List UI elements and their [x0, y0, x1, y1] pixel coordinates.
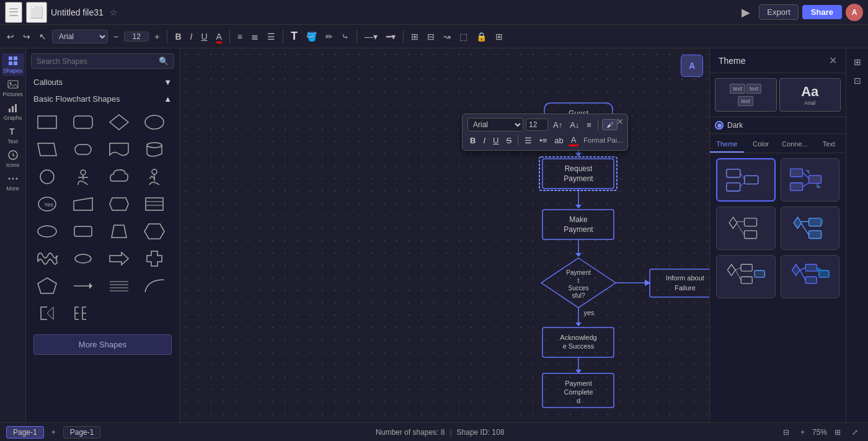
text-color-button[interactable]: A [213, 29, 225, 44]
shape-hexagon[interactable] [140, 219, 169, 244]
format-ab-btn[interactable]: ab [552, 135, 565, 146]
shape-lines[interactable] [104, 274, 134, 298]
format-list-btn[interactable]: ☰ [522, 135, 534, 146]
canvas-action-btn[interactable]: A [681, 55, 703, 77]
bold-button[interactable]: B [172, 29, 184, 44]
format-italic-btn[interactable]: I [480, 135, 488, 146]
share-button[interactable]: Share [802, 5, 842, 19]
diagram-style-1[interactable] [716, 158, 776, 202]
waypoints-button[interactable]: ↝ [440, 29, 454, 44]
italic-button[interactable]: I [187, 29, 196, 44]
theme-close-btn[interactable]: ✕ [829, 55, 837, 66]
diagram-style-2[interactable] [781, 158, 840, 202]
align-center-button[interactable]: ≣ [248, 29, 262, 44]
export-button[interactable]: Export [759, 4, 799, 20]
shape-arrow-right[interactable] [104, 246, 134, 271]
format-paint-btn[interactable]: 🖌 [602, 119, 618, 130]
fit-page-btn[interactable]: ⊞ [831, 427, 844, 438]
line-style-button[interactable]: —▾ [361, 29, 381, 44]
format-strike-btn[interactable]: S [503, 135, 514, 146]
diagram-style-5[interactable] [716, 255, 776, 298]
font-size-input[interactable] [127, 32, 146, 41]
sidebar-graphs-btn[interactable]: Graphs [2, 100, 24, 123]
align-button[interactable]: ⊞ [408, 29, 422, 44]
sidebar-shapes-btn[interactable]: Shapes [2, 53, 24, 76]
canvas-area[interactable]: A Guest Arrives Request Payment Make Pay… [180, 48, 709, 422]
shape-cross[interactable] [140, 246, 169, 271]
search-input[interactable] [37, 57, 155, 66]
file-button[interactable]: ⬜ [26, 2, 47, 23]
style-card-1[interactable]: text text text [715, 78, 777, 112]
fill-color-button[interactable]: 🪣 [303, 29, 320, 44]
shape-person[interactable] [68, 164, 98, 189]
zoom-out-btn[interactable]: ⊟ [779, 427, 793, 438]
play-button[interactable]: ▶ [737, 3, 755, 22]
shape-oval-2[interactable] [68, 246, 98, 271]
theme-option-dark[interactable]: Dark [715, 121, 743, 130]
callouts-section-header[interactable]: Callouts ▼ [26, 74, 179, 91]
distribute-button[interactable]: ⊟ [424, 29, 438, 44]
line-width-button[interactable]: ━▾ [383, 29, 399, 44]
line-color-button[interactable]: ✏ [322, 29, 336, 44]
basic-flowchart-header[interactable]: Basic Flowchart Shapes ▲ [26, 91, 179, 107]
add-page-button[interactable]: + [48, 427, 60, 438]
shape-actor[interactable] [140, 164, 169, 189]
font-size-decrease[interactable]: − [110, 29, 122, 44]
shape-document[interactable] [104, 137, 134, 162]
shape-rounded-rect[interactable] [68, 110, 98, 135]
format-font-selector[interactable]: Arial [467, 118, 523, 131]
style-card-aa[interactable]: Aa Arial [779, 78, 841, 112]
shape-rectangle[interactable] [32, 110, 62, 135]
right-mini-btn-2[interactable]: ⊡ [849, 72, 866, 89]
shape-diamond[interactable] [104, 110, 134, 135]
format-decrease-btn[interactable]: A↓ [567, 119, 582, 131]
shape-manual-input[interactable] [68, 192, 98, 216]
sidebar-pictures-btn[interactable]: Pictures [2, 77, 24, 99]
shape-circle[interactable] [32, 164, 62, 189]
tab-color[interactable]: Color [744, 136, 778, 153]
sidebar-icons-btn[interactable]: Icons [2, 148, 24, 170]
fullscreen-btn[interactable]: ⤢ [848, 427, 862, 438]
shape-trapezoid[interactable] [104, 219, 134, 244]
shape-curved[interactable] [140, 274, 169, 298]
shape-cloud[interactable] [104, 164, 134, 189]
shape-arrow-straight[interactable] [68, 274, 98, 298]
align-left-button[interactable]: ≡ [234, 29, 246, 44]
shape-stadium[interactable] [68, 137, 98, 162]
shape-ellipse[interactable] [140, 110, 169, 135]
connector-button[interactable]: ⤷ [339, 29, 352, 44]
shape-pentagon[interactable] [32, 274, 62, 298]
shape-oval[interactable] [32, 219, 62, 244]
diagram-style-6[interactable] [781, 255, 840, 298]
font-selector[interactable]: Arial Helvetica Times New Roman [52, 30, 108, 43]
format-font-size-input[interactable] [526, 118, 548, 131]
format-popup-close[interactable]: ✕ [616, 117, 624, 127]
page-tab-current[interactable]: Page-1 [63, 426, 101, 439]
redo-button[interactable]: ↪ [20, 29, 33, 44]
shape-wave[interactable] [32, 246, 62, 271]
format-color-btn[interactable]: A [569, 134, 579, 146]
underline-button[interactable]: U [198, 29, 210, 44]
format-bold-btn[interactable]: B [467, 135, 478, 146]
undo-button[interactable]: ↩ [4, 29, 17, 44]
tab-theme[interactable]: Theme [710, 136, 744, 153]
shape-prep[interactable] [104, 192, 134, 216]
shape-data[interactable] [140, 192, 169, 216]
format-align-btn[interactable]: ≡ [584, 119, 594, 131]
format-underline-btn[interactable]: U [490, 135, 501, 146]
shape-cylinder[interactable] [140, 137, 169, 162]
cursor-button[interactable]: ↖ [36, 29, 50, 44]
font-size-increase[interactable]: + [151, 29, 162, 44]
tab-text[interactable]: Text [812, 136, 846, 153]
more-options-button[interactable]: ⊞ [492, 29, 506, 44]
text-size-button[interactable]: T [288, 27, 301, 45]
right-mini-btn-1[interactable]: ⊞ [849, 53, 866, 71]
zoom-in-btn[interactable]: + [797, 427, 808, 438]
shape-bracket-1[interactable] [32, 301, 62, 326]
format-bullet-btn[interactable]: •≡ [537, 135, 549, 146]
list-button[interactable]: ☰ [264, 29, 278, 44]
sidebar-more-btn[interactable]: More [2, 171, 24, 194]
page-tab-1[interactable]: Page-1 [6, 426, 44, 439]
diagram-style-3[interactable] [716, 207, 776, 250]
shadow-button[interactable]: ⬚ [456, 29, 471, 44]
